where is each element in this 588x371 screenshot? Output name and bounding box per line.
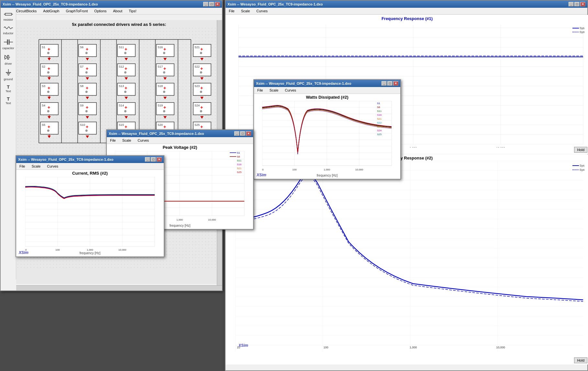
menu-about[interactable]: About [111, 8, 124, 14]
svg-text:⊕: ⊕ [47, 129, 50, 132]
voltage-title: Xsim -- Wesayso_Fluid_OPC_25x_TC9-impeda… [109, 132, 234, 136]
svg-text:⊕: ⊕ [47, 51, 50, 55]
voltage-menu-file[interactable]: File [108, 138, 118, 143]
main-left-title: Xsim -- Wesayso_Fluid_OPC_25x_TC9-impeda… [3, 2, 203, 6]
menu-graphtofront[interactable]: GraphToFront [64, 8, 90, 14]
svg-text:⊕: ⊕ [124, 71, 127, 74]
watts-restore[interactable]: □ [387, 81, 393, 86]
current-close[interactable]: ✕ [157, 157, 162, 162]
current-title: Xsim -- Wesayso_Fluid_OPC_25x_TC9-impeda… [18, 158, 145, 161]
sidebar-item-inductor[interactable]: inductor [1, 24, 16, 36]
svg-text:S15: S15 [119, 123, 124, 126]
sidebar-item-driver[interactable]: driver [1, 52, 16, 67]
voltage-menubar: File Scale Curves [107, 137, 253, 144]
svg-text:S12: S12 [119, 65, 124, 68]
svg-text:100: 100 [55, 248, 60, 251]
menu-tips[interactable]: Tips! [127, 8, 138, 14]
current-menu-curves[interactable]: Curves [45, 164, 60, 169]
maximize-btn[interactable]: □ [209, 2, 214, 6]
close-btn[interactable]: ✕ [215, 2, 220, 6]
text1-icon: T [7, 85, 10, 89]
svg-text:S22: S22 [377, 121, 382, 124]
current-minimize[interactable]: _ [145, 157, 150, 162]
svg-text:S16: S16 [158, 46, 163, 49]
menu-addgraph[interactable]: AddGraph [41, 8, 61, 14]
watts-dissipated-window: Xsim -- Wesayso_Fluid_OPC_25x_TC9-impeda… [253, 79, 401, 180]
svg-text:⊕: ⊕ [47, 71, 50, 74]
svg-text:S23: S23 [377, 125, 382, 128]
menu-options[interactable]: Options [92, 8, 108, 14]
svg-text:S18: S18 [158, 84, 163, 88]
voltage-minimize[interactable]: _ [234, 131, 239, 136]
right-menu-file[interactable]: File [227, 8, 237, 14]
svg-text:S1: S1 [377, 102, 380, 105]
current-menubar: File Scale Curves [16, 163, 164, 170]
watts-menubar: File Scale Curves [254, 87, 400, 94]
svg-text:⊕: ⊕ [124, 90, 127, 93]
svg-text:S2: S2 [42, 65, 45, 68]
svg-text:100: 100 [323, 346, 328, 349]
sidebar-item-capacitor[interactable]: capacitor [1, 38, 16, 51]
voltage-titlebar: Xsim -- Wesayso_Fluid_OPC_25x_TC9-impeda… [107, 130, 253, 137]
voltage-restore[interactable]: □ [240, 131, 245, 136]
svg-text:S25: S25 [377, 133, 382, 136]
right-menu-curves[interactable]: Curves [254, 8, 270, 14]
svg-text:⊕: ⊕ [47, 90, 50, 93]
ground-icon [5, 69, 12, 77]
text2-label: Text [6, 102, 11, 105]
current-chart-svg: 12 11 10 9 8 7 6 5 4 3 2 1 10 100 1,000 … [25, 177, 161, 253]
freq-response-1-title: Frequency Response (#1) [382, 16, 433, 21]
ground-label: ground [4, 78, 13, 81]
capacitor-label: capacitor [2, 47, 14, 50]
sidebar-item-text1[interactable]: T Text [1, 83, 16, 94]
right-menu-scale[interactable]: Scale [239, 8, 252, 14]
svg-text:S16: S16 [377, 114, 382, 116]
current-xsim-label: XSim [19, 250, 28, 255]
current-menu-file[interactable]: File [17, 164, 27, 169]
menu-circuitblocks[interactable]: CircuitBlocks [14, 8, 39, 14]
watts-xsim-label: XSim [257, 173, 266, 177]
watts-menu-file[interactable]: File [255, 88, 265, 93]
current-menu-scale[interactable]: Scale [30, 164, 43, 169]
current-restore[interactable]: □ [151, 157, 156, 162]
svg-text:S3: S3 [42, 84, 45, 88]
watts-menu-curves[interactable]: Curves [283, 88, 298, 93]
svg-text:S14: S14 [119, 104, 124, 107]
svg-rect-0 [5, 13, 12, 15]
sidebar-item-text2[interactable]: T Text [1, 95, 16, 106]
svg-text:S6: S6 [237, 155, 240, 158]
svg-text:⊕: ⊕ [200, 109, 202, 113]
main-left-controls: _ □ ✕ [203, 2, 220, 6]
minimize-btn[interactable]: _ [203, 2, 208, 6]
horizontal-scrollbar[interactable] [16, 285, 222, 290]
right-close-btn[interactable]: ✕ [580, 2, 585, 6]
voltage-menu-curves[interactable]: Curves [136, 138, 151, 143]
main-right-menubar: File Scale Curves [226, 8, 587, 15]
voltage-menu-scale[interactable]: Scale [120, 138, 133, 143]
right-maximize-btn[interactable]: □ [574, 2, 580, 6]
svg-text:⊕: ⊕ [85, 71, 88, 74]
watts-chart-title: Watts Dissipated (#2) [254, 94, 400, 101]
svg-text:S5: S5 [42, 123, 45, 126]
watts-chart-area: Watts Dissipated (#2) 12 11 10 9 [254, 94, 400, 179]
sidebar-item-resistor[interactable]: resistor [1, 10, 16, 23]
watts-minimize[interactable]: _ [382, 81, 387, 86]
sidebar-item-ground[interactable]: ground [1, 68, 16, 82]
watts-menu-scale[interactable]: Scale [268, 88, 281, 93]
svg-text:S22: S22 [194, 65, 200, 68]
freq-response-1-hold-btn[interactable]: Hold [574, 147, 587, 153]
current-rms-window: Xsim -- Wesayso_Fluid_OPC_25x_TC9-impeda… [16, 155, 164, 257]
voltage-x-label: frequency [Hz] [170, 224, 190, 227]
svg-text:10,000: 10,000 [208, 218, 216, 221]
right-minimize-btn[interactable]: _ [569, 2, 574, 6]
voltage-close[interactable]: ✕ [246, 131, 251, 136]
svg-text:1,000: 1,000 [176, 218, 183, 221]
svg-text:XSim: XSim [238, 343, 248, 348]
svg-text:S21: S21 [377, 117, 382, 120]
resistor-icon [4, 12, 13, 18]
svg-text:⊕: ⊕ [85, 51, 88, 55]
svg-text:S10: S10 [80, 123, 85, 126]
watts-close[interactable]: ✕ [393, 81, 398, 86]
svg-text:S11: S11 [377, 110, 382, 113]
freq-response-2-hold-btn[interactable]: Hold [574, 357, 587, 363]
